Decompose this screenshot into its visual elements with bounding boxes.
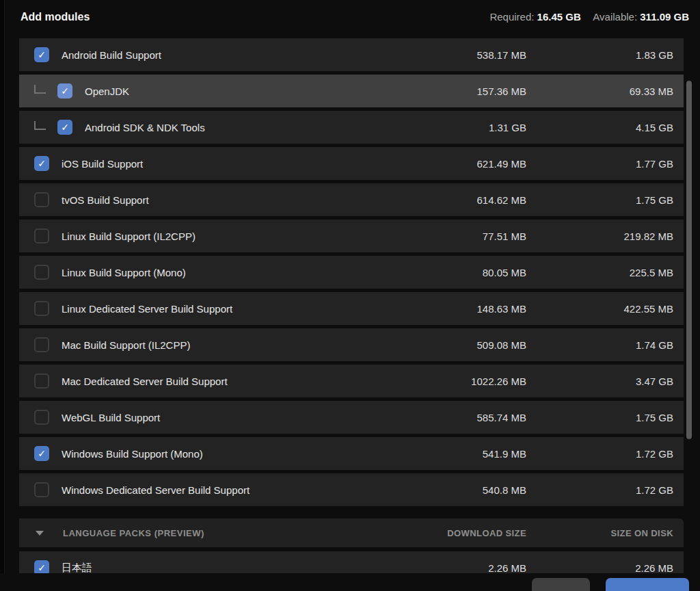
module-download-size: 509.08 MB bbox=[417, 339, 526, 351]
module-download-size: 157.36 MB bbox=[417, 86, 526, 97]
module-label: Android SDK & NDK Tools bbox=[85, 122, 417, 133]
module-label: 日本語 bbox=[62, 562, 417, 575]
module-download-size: 77.51 MB bbox=[417, 231, 526, 242]
module-row[interactable]: ✓ Android Build Support 538.17 MB 1.83 G… bbox=[19, 38, 684, 71]
module-label: Linux Build Support (Mono) bbox=[62, 267, 417, 278]
module-row[interactable]: Mac Build Support (IL2CPP) 509.08 MB 1.7… bbox=[19, 328, 684, 361]
module-row[interactable]: Linux Dedicated Server Build Support 148… bbox=[19, 292, 684, 325]
module-download-size: 538.17 MB bbox=[417, 49, 526, 61]
module-download-size: 540.8 MB bbox=[417, 484, 526, 496]
page-title: Add modules bbox=[21, 11, 90, 23]
module-size-on-disk: 1.75 GB bbox=[526, 194, 673, 206]
module-size-on-disk: 1.74 GB bbox=[526, 339, 673, 351]
module-size-on-disk: 1.72 GB bbox=[526, 448, 673, 460]
language-packs-section-header: LANGUAGE PACKS (PREVIEW) DOWNLOAD SIZE S… bbox=[19, 518, 684, 547]
module-checkbox[interactable]: ✓ bbox=[57, 120, 72, 135]
module-size-on-disk: 422.55 MB bbox=[526, 303, 673, 315]
column-header-size-on-disk: SIZE ON DISK bbox=[526, 528, 673, 538]
column-header-download-size: DOWNLOAD SIZE bbox=[417, 528, 526, 538]
module-download-size: 2.26 MB bbox=[417, 562, 526, 574]
module-size-on-disk: 1.83 GB bbox=[526, 49, 673, 61]
module-checkbox[interactable] bbox=[34, 410, 49, 425]
module-checkbox[interactable]: ✓ bbox=[57, 83, 72, 98]
module-checkbox[interactable] bbox=[34, 373, 49, 389]
indent-corner-icon bbox=[34, 121, 46, 130]
module-checkbox[interactable] bbox=[34, 337, 49, 352]
module-label: OpenJDK bbox=[85, 86, 417, 97]
collapse-arrow-icon[interactable] bbox=[36, 531, 44, 536]
module-download-size: 1.31 GB bbox=[417, 122, 526, 133]
module-size-on-disk: 4.15 GB bbox=[526, 122, 673, 133]
module-row[interactable]: ✓ OpenJDK 157.36 MB 69.33 MB bbox=[19, 75, 684, 107]
indent-corner-icon bbox=[34, 85, 46, 94]
module-size-on-disk: 1.77 GB bbox=[526, 158, 673, 170]
module-label: Android Build Support bbox=[62, 49, 417, 61]
module-size-on-disk: 1.72 GB bbox=[526, 484, 673, 496]
module-label: Mac Build Support (IL2CPP) bbox=[62, 339, 417, 351]
back-button[interactable] bbox=[532, 578, 590, 591]
module-row[interactable]: Linux Build Support (Mono) 80.05 MB 225.… bbox=[19, 256, 684, 289]
module-checkbox[interactable] bbox=[34, 301, 49, 316]
module-download-size: 148.63 MB bbox=[417, 303, 526, 315]
module-size-on-disk: 2.26 MB bbox=[526, 562, 673, 574]
module-row[interactable]: WebGL Build Support 585.74 MB 1.75 GB bbox=[19, 401, 684, 434]
module-label: Windows Dedicated Server Build Support bbox=[62, 484, 417, 496]
module-list: ✓ Android Build Support 538.17 MB 1.83 G… bbox=[19, 38, 684, 510]
continue-button[interactable] bbox=[606, 578, 689, 591]
required-label: Required: bbox=[489, 11, 534, 23]
module-label: tvOS Build Support bbox=[62, 194, 417, 206]
module-label: WebGL Build Support bbox=[62, 412, 417, 423]
module-checkbox[interactable] bbox=[34, 265, 49, 280]
module-row[interactable]: ✓ Android SDK & NDK Tools 1.31 GB 4.15 G… bbox=[19, 111, 684, 144]
required-value: 16.45 GB bbox=[537, 11, 581, 23]
module-label: Mac Dedicated Server Build Support bbox=[62, 376, 417, 387]
module-size-on-disk: 69.33 MB bbox=[526, 86, 673, 97]
module-checkbox[interactable]: ✓ bbox=[34, 446, 49, 461]
available-value: 311.09 GB bbox=[640, 11, 689, 23]
dialog-footer bbox=[0, 573, 700, 591]
module-label: Linux Build Support (IL2CPP) bbox=[62, 231, 417, 242]
module-download-size: 80.05 MB bbox=[417, 267, 526, 278]
module-download-size: 621.49 MB bbox=[417, 158, 526, 170]
scrollbar-thumb[interactable] bbox=[686, 81, 692, 439]
module-row[interactable]: ✓ Windows Build Support (Mono) 541.9 MB … bbox=[19, 437, 684, 470]
module-label: iOS Build Support bbox=[62, 158, 417, 170]
window-edge bbox=[0, 0, 5, 591]
module-download-size: 1022.26 MB bbox=[417, 376, 526, 387]
module-size-on-disk: 219.82 MB bbox=[526, 231, 673, 242]
module-download-size: 585.74 MB bbox=[417, 412, 526, 423]
storage-summary: Required: 16.45 GB Available: 311.09 GB bbox=[489, 11, 689, 23]
module-label: Linux Dedicated Server Build Support bbox=[62, 303, 417, 315]
module-row[interactable]: Windows Dedicated Server Build Support 5… bbox=[19, 473, 684, 506]
module-row[interactable]: Linux Build Support (IL2CPP) 77.51 MB 21… bbox=[19, 220, 684, 252]
module-row[interactable]: Mac Dedicated Server Build Support 1022.… bbox=[19, 365, 684, 397]
module-size-on-disk: 225.5 MB bbox=[526, 267, 673, 278]
module-row[interactable]: tvOS Build Support 614.62 MB 1.75 GB bbox=[19, 183, 684, 216]
module-size-on-disk: 1.75 GB bbox=[526, 412, 673, 423]
module-label: Windows Build Support (Mono) bbox=[62, 448, 417, 460]
module-row[interactable]: ✓ iOS Build Support 621.49 MB 1.77 GB bbox=[19, 147, 684, 180]
module-checkbox[interactable]: ✓ bbox=[34, 156, 49, 171]
module-download-size: 614.62 MB bbox=[417, 194, 526, 206]
section-title: LANGUAGE PACKS (PREVIEW) bbox=[63, 528, 417, 538]
dialog-header: Add modules Required: 16.45 GB Available… bbox=[0, 0, 700, 36]
module-checkbox[interactable] bbox=[34, 192, 49, 207]
module-size-on-disk: 3.47 GB bbox=[526, 376, 673, 387]
module-download-size: 541.9 MB bbox=[417, 448, 526, 460]
module-checkbox[interactable] bbox=[34, 482, 49, 497]
module-checkbox[interactable] bbox=[34, 228, 49, 244]
available-label: Available: bbox=[593, 11, 637, 23]
module-checkbox[interactable]: ✓ bbox=[34, 47, 49, 62]
